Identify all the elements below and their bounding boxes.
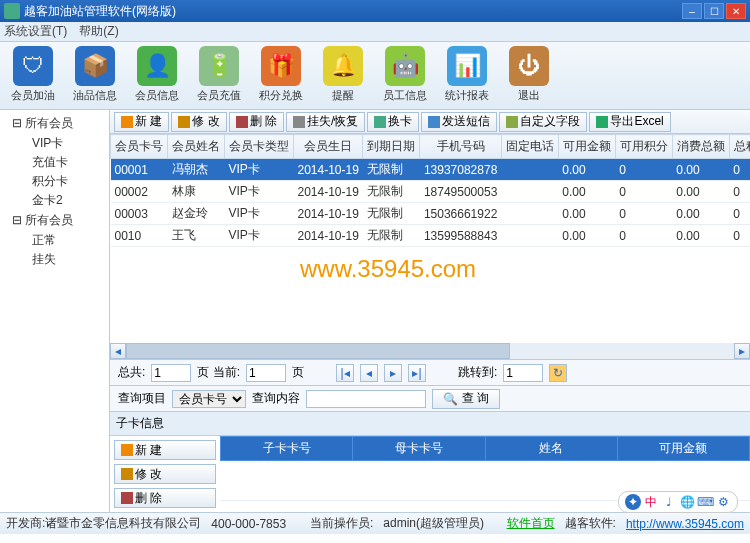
column-header[interactable]: 固定电话 [501, 135, 558, 159]
table-row[interactable]: 00002林康VIP卡2014-10-19无限制187495000530.000… [111, 181, 751, 203]
tree-item[interactable]: 金卡2 [12, 191, 105, 210]
column-header[interactable]: 姓名 [485, 437, 617, 461]
ime-toolbar[interactable]: ✦ 中 ♩ 🌐 ⌨ ⚙ [618, 491, 738, 513]
status-op: admin(超级管理员) [383, 515, 484, 532]
swap-button[interactable]: 换卡 [367, 112, 419, 132]
tool-member-info-icon: 👤 [137, 46, 177, 86]
pager-go-icon[interactable]: ↻ [549, 364, 567, 382]
search-button[interactable]: 🔍查 询 [432, 389, 500, 409]
close-button[interactable]: ✕ [726, 3, 746, 19]
tool-recharge[interactable]: 🔋会员充值 [192, 46, 246, 105]
status-dev: 开发商:诸暨市金零信息科技有限公司 [6, 515, 201, 532]
tool-staff[interactable]: 🤖员工信息 [378, 46, 432, 105]
scroll-right-icon[interactable]: ▸ [734, 343, 750, 359]
sms-button[interactable]: 发送短信 [421, 112, 497, 132]
tool-remind[interactable]: 🔔提醒 [316, 46, 370, 105]
column-header[interactable]: 可用积分 [615, 135, 672, 159]
column-header[interactable]: 母卡卡号 [353, 437, 485, 461]
tool-exit-icon: ⏻ [509, 46, 549, 86]
tool-points-icon: 🎁 [261, 46, 301, 86]
search-field-select[interactable]: 会员卡号 [172, 390, 246, 408]
sub-delete-button[interactable]: 删 除 [114, 488, 216, 508]
pager-total-input[interactable] [151, 364, 191, 382]
statusbar: 开发商:诸暨市金零信息科技有限公司 400-000-7853 当前操作员: ad… [0, 512, 750, 534]
tree-item[interactable]: 充值卡 [12, 153, 105, 172]
ime-keyboard-icon[interactable]: ⌨ [697, 494, 713, 510]
column-header[interactable]: 总积分 [729, 135, 750, 159]
column-header[interactable]: 子卡卡号 [221, 437, 353, 461]
window-title: 越客加油站管理软件(网络版) [24, 3, 176, 20]
tool-member-refuel[interactable]: 🛡会员加油 [6, 46, 60, 105]
export-button[interactable]: 导出Excel [589, 112, 670, 132]
tree-item[interactable]: VIP卡 [12, 134, 105, 153]
column-header[interactable]: 会员卡号 [111, 135, 168, 159]
column-header[interactable]: 会员卡类型 [225, 135, 294, 159]
ime-mode-icon[interactable]: 中 [643, 494, 659, 510]
hscrollbar[interactable]: ◂ ▸ [110, 343, 750, 359]
action-toolbar: 新 建 修 改 删 除 挂失/恢复 换卡 发送短信 自定义字段 导出Excel [110, 110, 750, 134]
tree-root[interactable]: ⊟ 所有会员 [4, 114, 105, 133]
tool-oil-info[interactable]: 📦油品信息 [68, 46, 122, 105]
member-grid[interactable]: 会员卡号会员姓名会员卡类型会员生日到期日期手机号码固定电话可用金额可用积分消费总… [110, 134, 750, 343]
table-row[interactable]: 00003赵金玲VIP卡2014-10-19无限制150366619220.00… [111, 203, 751, 225]
delete-button[interactable]: 删 除 [229, 112, 284, 132]
status-home-link[interactable]: 软件首页 [507, 515, 555, 532]
table-row[interactable]: 0010王飞VIP卡2014-10-19无限制135995888430.0000… [111, 225, 751, 247]
scroll-left-icon[interactable]: ◂ [110, 343, 126, 359]
minimize-button[interactable]: – [682, 3, 702, 19]
app-icon [4, 3, 20, 19]
column-header[interactable]: 手机号码 [420, 135, 501, 159]
menu-help[interactable]: 帮助(Z) [79, 23, 118, 40]
column-header[interactable]: 会员姓名 [168, 135, 225, 159]
sub-new-button[interactable]: 新 建 [114, 440, 216, 460]
tool-exit[interactable]: ⏻退出 [502, 46, 556, 105]
column-header[interactable]: 可用金额 [558, 135, 615, 159]
tool-staff-icon: 🤖 [385, 46, 425, 86]
tree-item[interactable]: 正常 [12, 231, 105, 250]
table-row[interactable]: 00001冯朝杰VIP卡2014-10-19无限制139370828780.00… [111, 159, 751, 181]
pager-total-label: 总共: [118, 364, 145, 381]
column-header[interactable]: 消费总额 [672, 135, 729, 159]
sub-edit-button[interactable]: 修 改 [114, 464, 216, 484]
ime-logo-icon[interactable]: ✦ [625, 494, 641, 510]
column-header[interactable]: 到期日期 [363, 135, 420, 159]
status-site-link[interactable]: http://www.35945.com [626, 517, 744, 531]
pager-next-icon[interactable]: ▸ [384, 364, 402, 382]
tool-recharge-icon: 🔋 [199, 46, 239, 86]
subcard-title: 子卡信息 [110, 412, 750, 436]
scroll-thumb[interactable] [126, 343, 510, 359]
menu-settings[interactable]: 系统设置(T) [4, 23, 67, 40]
fields-button[interactable]: 自定义字段 [499, 112, 587, 132]
tool-report[interactable]: 📊统计报表 [440, 46, 494, 105]
ime-globe-icon[interactable]: 🌐 [679, 494, 695, 510]
lost-button[interactable]: 挂失/恢复 [286, 112, 365, 132]
edit-button[interactable]: 修 改 [171, 112, 226, 132]
pager-first-icon[interactable]: |◂ [336, 364, 354, 382]
column-header[interactable]: 会员生日 [294, 135, 363, 159]
search-bar: 查询项目 会员卡号 查询内容 🔍查 询 [110, 385, 750, 411]
tree-item[interactable]: 积分卡 [12, 172, 105, 191]
pager-current-input[interactable] [246, 364, 286, 382]
main-toolbar: 🛡会员加油📦油品信息👤会员信息🔋会员充值🎁积分兑换🔔提醒🤖员工信息📊统计报表⏻退… [0, 42, 750, 110]
tree-item[interactable]: 挂失 [12, 250, 105, 269]
column-header[interactable]: 可用金额 [617, 437, 749, 461]
pager-last-icon[interactable]: ▸| [408, 364, 426, 382]
tool-remind-icon: 🔔 [323, 46, 363, 86]
ime-gear-icon[interactable]: ⚙ [715, 494, 731, 510]
titlebar: 越客加油站管理软件(网络版) – ☐ ✕ [0, 0, 750, 22]
pager-jump-input[interactable] [503, 364, 543, 382]
search-icon: 🔍 [443, 392, 458, 406]
tool-oil-info-icon: 📦 [75, 46, 115, 86]
tree-root[interactable]: ⊟ 所有会员 [4, 211, 105, 230]
tool-member-info[interactable]: 👤会员信息 [130, 46, 184, 105]
pager: 总共: 页 当前: 页 |◂ ◂ ▸ ▸| 跳转到: ↻ [110, 359, 750, 385]
status-phone: 400-000-7853 [211, 517, 286, 531]
new-button[interactable]: 新 建 [114, 112, 169, 132]
tool-points[interactable]: 🎁积分兑换 [254, 46, 308, 105]
maximize-button[interactable]: ☐ [704, 3, 724, 19]
search-input[interactable] [306, 390, 426, 408]
menubar: 系统设置(T) 帮助(Z) [0, 22, 750, 42]
status-op-label: 当前操作员: [310, 515, 373, 532]
pager-prev-icon[interactable]: ◂ [360, 364, 378, 382]
ime-punct-icon[interactable]: ♩ [661, 494, 677, 510]
